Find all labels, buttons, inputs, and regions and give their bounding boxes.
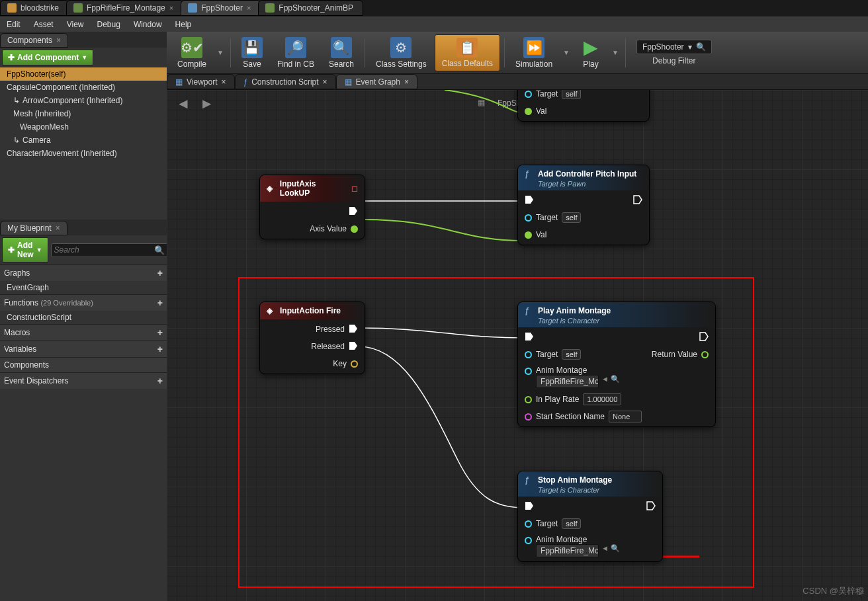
class-defaults-button[interactable]: 📋Class Defaults <box>435 34 500 71</box>
tab-components[interactable]: Components × <box>0 33 68 48</box>
chevron-down-icon[interactable]: ▼ <box>214 49 226 56</box>
tab-viewport[interactable]: ▦Viewport× <box>167 74 235 89</box>
node-add-pitch[interactable]: ƒAdd Controller Pitch Input Target is Pa… <box>517 165 650 245</box>
class-settings-button[interactable]: ⚙Class Settings <box>369 34 433 71</box>
simulation-button[interactable]: ⏩Simulation <box>509 34 559 71</box>
tree-item[interactable]: CapsuleComponent (Inherited) <box>0 81 167 94</box>
node-play-anim-montage[interactable]: ƒPlay Anim Montage Target is Character T… <box>517 301 716 427</box>
file-tab-montage[interactable]: FppRifleFire_Montage × <box>66 0 183 16</box>
nav-back-icon[interactable]: ◄ <box>176 95 191 112</box>
node-stop-anim-montage[interactable]: ƒStop Anim Montage Target is Character T… <box>517 471 663 562</box>
tree-item[interactable]: WeaponMesh <box>0 120 167 134</box>
menu-view[interactable]: View <box>60 17 91 32</box>
cat-components[interactable]: Components <box>0 357 167 372</box>
tree-item[interactable]: Mesh (Inherited) <box>0 107 167 120</box>
menu-help[interactable]: Help <box>169 17 198 32</box>
search-icon: 🔍 <box>154 245 165 255</box>
close-icon[interactable]: × <box>56 36 61 45</box>
node-input-action-fire[interactable]: ◈InputAction Fire Pressed Released Key <box>259 301 365 374</box>
function-icon: ƒ <box>525 475 534 485</box>
plus-icon: + <box>157 327 163 338</box>
watermark: CSDN @吴梓穆 <box>803 585 864 597</box>
plus-icon: + <box>157 376 163 386</box>
node-input-axis-lookup[interactable]: ◈InputAxis LookUP◻ Axis Value <box>259 175 365 239</box>
asset-tools[interactable]: ◄ 🔍 <box>601 544 620 557</box>
tab-my-blueprint[interactable]: My Blueprint × <box>0 221 67 235</box>
menu-debug[interactable]: Debug <box>91 17 127 32</box>
find-button[interactable]: 🔎Find in CB <box>271 34 321 71</box>
tree-item[interactable]: CharacterMovement (Inherited) <box>0 147 167 160</box>
cat-variables[interactable]: Variables+ <box>0 341 167 357</box>
file-tab-bar: bloodstrike FppRifleFire_Montage × FppSh… <box>0 0 868 16</box>
file-tab-animbp[interactable]: FppShooter_AnimBP <box>258 0 363 16</box>
search-input[interactable]: 🔍 <box>51 243 168 257</box>
close-icon: × <box>404 77 409 87</box>
cat-macros[interactable]: Macros+ <box>0 324 167 341</box>
graph-icon: ▦ <box>478 98 492 108</box>
compile-button[interactable]: ⚙✔Compile <box>171 34 213 71</box>
tree-root[interactable]: FppShooter(self) <box>0 67 167 81</box>
exec-out-pin <box>349 206 358 218</box>
plus-icon: + <box>157 298 163 308</box>
plus-icon: + <box>157 344 163 354</box>
graph-tab-bar: ▦Viewport× ƒConstruction Script× ▦Event … <box>167 74 868 90</box>
item-construction[interactable]: ConstructionScript <box>0 311 167 324</box>
close-icon[interactable]: × <box>247 4 251 12</box>
add-new-button[interactable]: ✚Add New▼ <box>2 237 48 262</box>
value-input[interactable]: 1.000000 <box>583 393 621 405</box>
asset-picker[interactable]: FppRifleFire_Mon▾ <box>536 544 599 557</box>
save-button[interactable]: 💾Save <box>235 34 269 71</box>
animbp-icon <box>265 3 275 13</box>
debug-filter-combo[interactable]: FppShooter▾🔍 <box>636 40 712 54</box>
search-button[interactable]: 🔍Search <box>322 34 361 71</box>
toolbar: ⚙✔Compile▼ 💾Save 🔎Find in CB 🔍Search ⚙Cl… <box>167 32 868 74</box>
search-icon: 🔍 <box>696 42 706 52</box>
anim-icon <box>73 3 83 13</box>
tree-item[interactable]: ↳ Camera <box>0 134 167 147</box>
cat-graphs[interactable]: Graphs+ <box>0 264 167 281</box>
menu-edit[interactable]: Edit <box>0 17 27 32</box>
debug-filter: FppShooter▾🔍 Debug Filter <box>630 37 718 68</box>
node-partial[interactable]: Targetself Val <box>517 90 650 122</box>
menu-asset[interactable]: Asset <box>27 17 60 32</box>
cat-functions[interactable]: Functions (29 Overridable)+ <box>0 294 167 311</box>
components-tree: FppShooter(self) CapsuleComponent (Inher… <box>0 67 167 160</box>
file-tab-bloodstrike[interactable]: bloodstrike <box>0 0 69 16</box>
tab-construction-script[interactable]: ƒConstruction Script× <box>235 74 336 89</box>
folder-icon <box>7 3 17 13</box>
menu-window[interactable]: Window <box>127 17 169 32</box>
chevron-down-icon[interactable]: ▼ <box>609 49 621 56</box>
menu-bar: Edit Asset View Debug Window Help <box>0 16 868 32</box>
cat-dispatchers[interactable]: Event Dispatchers+ <box>0 372 167 389</box>
function-icon: ƒ <box>525 306 534 315</box>
asset-tools[interactable]: ◄ 🔍 <box>601 375 620 388</box>
close-icon: × <box>323 77 327 87</box>
bp-categories: Graphs+ EventGraph Functions (29 Overrid… <box>0 264 167 389</box>
asset-picker[interactable]: FppRifleFire_Mon▾ <box>536 375 599 388</box>
event-icon: ◈ <box>267 306 276 315</box>
close-icon[interactable]: × <box>169 4 173 12</box>
item-eventgraph[interactable]: EventGraph <box>0 281 167 294</box>
plus-icon: + <box>157 268 163 278</box>
add-component-button[interactable]: ✚Add Component▼ <box>2 50 93 65</box>
chevron-down-icon[interactable]: ▼ <box>560 49 572 56</box>
close-icon: × <box>221 77 226 87</box>
function-icon: ƒ <box>525 169 534 179</box>
close-icon[interactable]: × <box>56 223 60 233</box>
file-tab-fppshooter[interactable]: FppShooter × <box>181 0 261 16</box>
blueprint-icon <box>188 3 197 13</box>
event-icon: ◈ <box>267 184 276 193</box>
value-input[interactable]: None <box>609 411 642 422</box>
play-button[interactable]: ▶Play <box>574 34 608 71</box>
tree-item[interactable]: ↳ ArrowComponent (Inherited) <box>0 94 167 107</box>
nav-fwd-icon[interactable]: ► <box>200 95 214 112</box>
graph-canvas[interactable]: ◄ ► ▦ FppShooter› Event Graph <box>167 90 868 601</box>
tab-event-graph[interactable]: ▦Event Graph× <box>336 74 417 89</box>
